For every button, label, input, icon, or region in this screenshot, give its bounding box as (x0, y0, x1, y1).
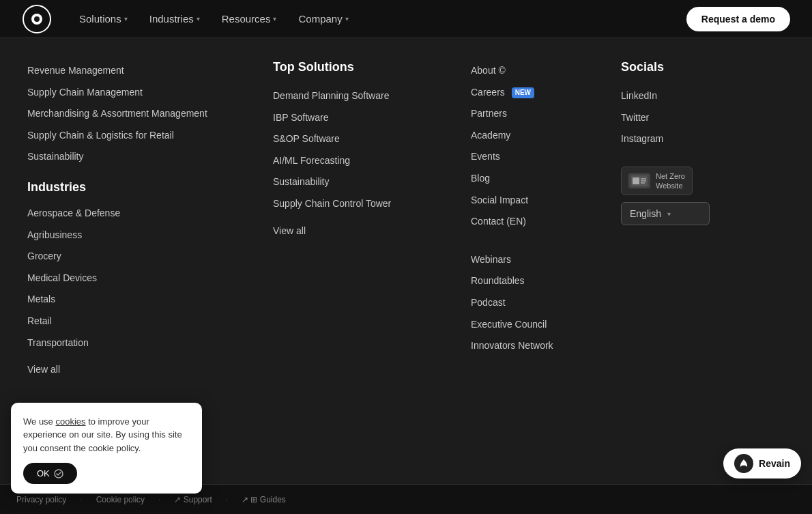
menu-item-aiml[interactable]: AI/ML Forecasting (273, 150, 450, 172)
revain-icon (734, 454, 753, 473)
menu-item-about[interactable]: About © (471, 60, 607, 82)
request-demo-button[interactable]: Request a demo (686, 7, 790, 31)
menu-item-twitter[interactable]: Twitter (621, 107, 757, 129)
language-label: English (630, 208, 663, 219)
menu-item-instagram[interactable]: Instagram (621, 128, 757, 150)
menu-item-merch[interactable]: Merchandising & Assortment Management (27, 103, 259, 125)
menu-item-contact[interactable]: Contact (EN) (471, 211, 607, 233)
menu-item-transportation[interactable]: Transportation (27, 332, 259, 354)
menu-item-events[interactable]: Events (471, 146, 607, 168)
footer-privacy[interactable]: Privacy policy (16, 495, 66, 504)
revain-label: Revain (759, 458, 790, 469)
menu-item-academy[interactable]: Academy (471, 125, 607, 147)
cookies-link[interactable]: cookies (55, 416, 85, 427)
socials-column: Socials LinkedIn Twitter Instagram Net Z… (621, 52, 757, 514)
menu-item-demand-planning[interactable]: Demand Planning Software (273, 85, 450, 107)
menu-item-grocery[interactable]: Grocery (27, 246, 259, 268)
resources-column: About © Careers NEW Partners Academy Eve… (471, 52, 607, 514)
navbar: Solutions ▾ Industries ▾ Resources ▾ Com… (0, 0, 812, 38)
menu-item-linkedin[interactable]: LinkedIn (621, 85, 757, 107)
menu-item-revenue[interactable]: Revenue Management (27, 60, 259, 82)
menu-item-podcast[interactable]: Podcast (471, 292, 607, 314)
logo-icon[interactable] (22, 4, 52, 34)
menu-item-aerospace[interactable]: Aerospace & Defense (27, 203, 259, 225)
footer-support[interactable]: ↗ Support (174, 495, 212, 504)
solutions-view-all[interactable]: View all (273, 220, 450, 242)
menu-item-blog[interactable]: Blog (471, 168, 607, 190)
menu-item-supply-logistics[interactable]: Supply Chain & Logistics for Retail (27, 125, 259, 147)
menu-item-social-impact[interactable]: Social Impact (471, 190, 607, 212)
menu-item-sustainability-center[interactable]: Sustainability (273, 171, 450, 193)
cookie-ok-button[interactable]: OK (23, 463, 77, 484)
nav-industries[interactable]: Industries ▾ (149, 13, 200, 25)
menu-item-roundtables[interactable]: Roundtables (471, 270, 607, 292)
top-solutions-header: Top Solutions (273, 60, 450, 74)
checkmark-icon (54, 469, 63, 479)
footer-cookie[interactable]: Cookie policy (96, 495, 145, 504)
chevron-down-icon: ▾ (273, 15, 276, 23)
industries-view-all[interactable]: View all (27, 359, 259, 381)
cookie-text: We use cookies to improve your experienc… (23, 415, 190, 455)
menu-item-sustainability-left[interactable]: Sustainability (27, 146, 259, 168)
industries-header: Industries (27, 180, 259, 195)
menu-item-medical[interactable]: Medical Devices (27, 268, 259, 289)
chevron-down-icon: ▾ (124, 15, 128, 23)
chevron-down-icon: ▾ (667, 210, 701, 218)
menu-item-metals[interactable]: Metals (27, 289, 259, 311)
net-zero-badge[interactable]: Net ZeroWebsite (621, 167, 693, 196)
menu-item-supply-chain-tower[interactable]: Supply Chain Control Tower (273, 193, 450, 215)
net-zero-text: Net ZeroWebsite (656, 171, 685, 191)
nav-links: Solutions ▾ Industries ▾ Resources ▾ Com… (79, 13, 349, 25)
menu-item-agribusiness[interactable]: Agribusiness (27, 225, 259, 246)
menu-item-supply-chain-mgmt[interactable]: Supply Chain Management (27, 82, 259, 104)
nav-company[interactable]: Company ▾ (298, 13, 348, 25)
menu-item-partners[interactable]: Partners (471, 103, 607, 125)
menu-item-sop[interactable]: S&OP Software (273, 128, 450, 150)
chevron-down-icon: ▾ (197, 15, 200, 23)
top-solutions-column: Top Solutions Demand Planning Software I… (273, 52, 450, 514)
socials-header: Socials (621, 60, 757, 74)
nav-resources[interactable]: Resources ▾ (222, 13, 277, 25)
net-zero-icon (628, 173, 650, 188)
menu-item-retail[interactable]: Retail (27, 311, 259, 332)
menu-item-exec-council[interactable]: Executive Council (471, 314, 607, 336)
menu-item-webinars[interactable]: Webinars (471, 249, 607, 271)
menu-item-innovators[interactable]: Innovators Network (471, 335, 607, 357)
nav-solutions[interactable]: Solutions ▾ (79, 13, 128, 25)
language-selector[interactable]: English ▾ (621, 202, 710, 225)
svg-rect-4 (633, 177, 639, 184)
svg-point-2 (34, 16, 40, 22)
cookie-banner: We use cookies to improve your experienc… (11, 403, 202, 494)
revain-widget[interactable]: Revain (723, 448, 801, 479)
footer-guides[interactable]: ↗ ⊞ Guides (242, 495, 286, 504)
careers-new-badge: NEW (512, 87, 534, 98)
menu-item-careers[interactable]: Careers NEW (471, 82, 607, 104)
menu-item-ibp[interactable]: IBP Software (273, 107, 450, 129)
chevron-down-icon: ▾ (345, 15, 349, 23)
